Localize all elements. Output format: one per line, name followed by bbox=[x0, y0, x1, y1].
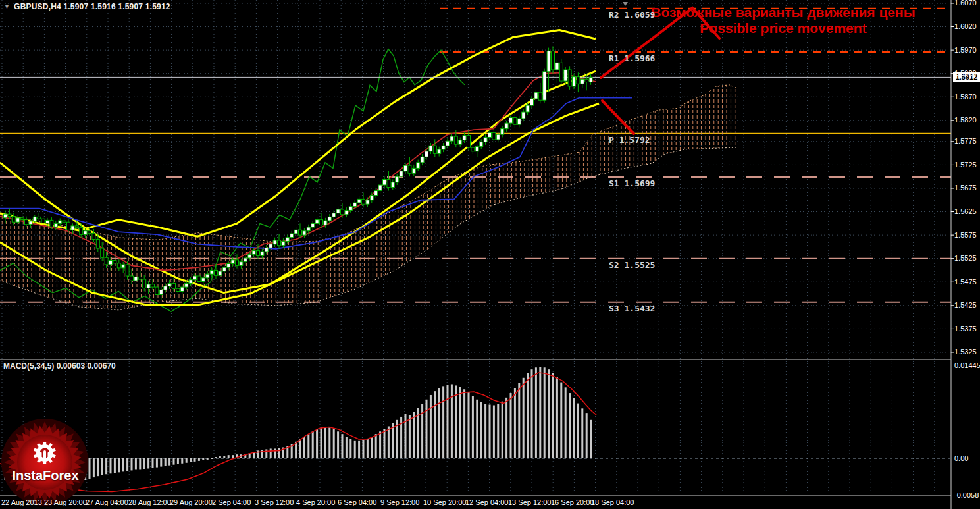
macd-bar bbox=[316, 429, 318, 458]
candle-bull bbox=[366, 200, 369, 204]
macd-bar bbox=[207, 458, 209, 460]
time-axis-label: 28 Aug 12:00 bbox=[128, 498, 171, 506]
candle-bull bbox=[307, 227, 310, 231]
macd-bar bbox=[181, 458, 183, 464]
candle-bull bbox=[501, 129, 504, 135]
macd-bar bbox=[274, 448, 276, 458]
macd-bar bbox=[505, 398, 507, 458]
macd-histogram bbox=[5, 367, 592, 485]
macd-bar bbox=[523, 378, 525, 458]
mt4-chart-window[interactable]: { "window": { "symbol_line": "GBPUSD,H4 … bbox=[0, 0, 980, 509]
macd-bar bbox=[434, 391, 436, 458]
candle-bull bbox=[438, 149, 441, 153]
candle-bull bbox=[480, 142, 483, 147]
candle-bear bbox=[278, 240, 281, 246]
candle-bull bbox=[109, 261, 113, 265]
macd-bar bbox=[438, 388, 440, 458]
price-axis-label: 1.5970 bbox=[954, 46, 977, 54]
time-axis-label: 29 Aug 20:00 bbox=[170, 498, 213, 506]
macd-bar bbox=[358, 441, 360, 458]
price-axis-label: 1.5575 bbox=[954, 231, 977, 239]
price-axis-label: 1.5375 bbox=[954, 325, 977, 333]
price-axis-label: 1.5525 bbox=[954, 254, 977, 262]
candle-bull bbox=[547, 51, 550, 72]
candle-bull bbox=[421, 157, 424, 163]
candle-bull bbox=[311, 223, 315, 227]
chart-shift-marker-icon bbox=[623, 2, 628, 6]
macd-bar bbox=[278, 448, 280, 458]
price-axis-label: 1.5820 bbox=[954, 116, 977, 124]
candle-bull bbox=[303, 231, 306, 235]
pivot-level-label: R2 1.6059 bbox=[609, 10, 655, 20]
candle-bull bbox=[446, 141, 450, 146]
annotation-title: Возможные варианты движения цены Possibl… bbox=[648, 5, 918, 36]
time-axis-label: 4 Sep 20:00 bbox=[296, 498, 335, 506]
candle-bull bbox=[261, 252, 264, 255]
candle-bear bbox=[92, 233, 95, 239]
candle-bear bbox=[41, 219, 45, 223]
candle-bear bbox=[433, 146, 436, 153]
macd-bar bbox=[342, 434, 344, 458]
candle-bear bbox=[176, 288, 180, 291]
candle-bear bbox=[155, 287, 159, 294]
macd-bar bbox=[367, 439, 369, 458]
candle-bull bbox=[353, 203, 357, 207]
price-axis-label: 1.6070 bbox=[954, 0, 977, 7]
candle-bull bbox=[391, 182, 394, 188]
macd-bar bbox=[131, 458, 133, 470]
macd-bar bbox=[590, 420, 592, 458]
candle-bear bbox=[20, 218, 24, 220]
candle-bull bbox=[206, 274, 209, 278]
macd-bar bbox=[539, 367, 541, 458]
candle-bear bbox=[559, 63, 563, 81]
pivot-level-label: R1 1.5966 bbox=[609, 53, 655, 63]
macd-bar bbox=[105, 458, 107, 474]
macd-bar bbox=[328, 427, 330, 458]
candle-bull bbox=[84, 231, 87, 235]
candle-bear bbox=[215, 270, 218, 275]
candle-bull bbox=[180, 287, 184, 291]
candle-bear bbox=[585, 79, 588, 82]
candle-bear bbox=[151, 284, 155, 287]
price-axis-label: 1.5870 bbox=[954, 93, 977, 101]
candle-bull bbox=[517, 119, 521, 124]
candle-bear bbox=[96, 240, 99, 249]
symbol-quote-text: GBPUSD,H4 1.5907 1.5916 1.5907 1.5912 bbox=[14, 2, 170, 11]
time-axis-label: 13 Sep 12:00 bbox=[508, 498, 551, 506]
macd-bar bbox=[346, 437, 348, 458]
macd-bar bbox=[324, 427, 326, 458]
candle-bull bbox=[185, 283, 188, 287]
time-axis-label: 3 Sep 12:00 bbox=[255, 498, 294, 506]
candle-bull bbox=[122, 265, 125, 268]
candle-bull bbox=[46, 220, 49, 223]
macd-bar bbox=[442, 386, 444, 458]
candle-bear bbox=[197, 276, 201, 282]
macd-indicator-label: MACD(5,34,5) 0.00603 0.00670 bbox=[3, 362, 116, 371]
pivot-level-label: S1 1.5699 bbox=[609, 178, 655, 188]
macd-bar bbox=[321, 427, 322, 458]
symbol-title: ▼GBPUSD,H4 1.5907 1.5916 1.5907 1.5912 bbox=[4, 2, 170, 11]
macd-bar bbox=[384, 429, 386, 458]
macd-bar bbox=[219, 456, 221, 458]
price-axis-label: 1.5775 bbox=[954, 137, 977, 145]
macd-bar bbox=[527, 373, 529, 458]
macd-bar bbox=[173, 458, 175, 465]
macd-bar bbox=[168, 458, 170, 466]
candle-bull bbox=[193, 276, 197, 280]
candle-bull bbox=[526, 105, 529, 112]
candle-bull bbox=[71, 226, 74, 230]
macd-bar bbox=[560, 383, 562, 458]
candle-bear bbox=[75, 226, 78, 228]
macd-bar bbox=[514, 388, 516, 458]
candle-bull bbox=[378, 185, 382, 191]
time-axis-label: 16 Sep 20:00 bbox=[551, 498, 594, 506]
candle-bull bbox=[273, 240, 276, 244]
chart-canvas[interactable] bbox=[0, 0, 980, 509]
chevron-down-icon[interactable]: ▼ bbox=[4, 3, 10, 10]
macd-bar bbox=[198, 458, 200, 461]
candle-bear bbox=[88, 231, 91, 234]
candle-bull bbox=[210, 270, 213, 274]
candle-bear bbox=[105, 257, 108, 265]
macd-bar bbox=[556, 377, 558, 458]
macd-bar bbox=[299, 439, 301, 458]
